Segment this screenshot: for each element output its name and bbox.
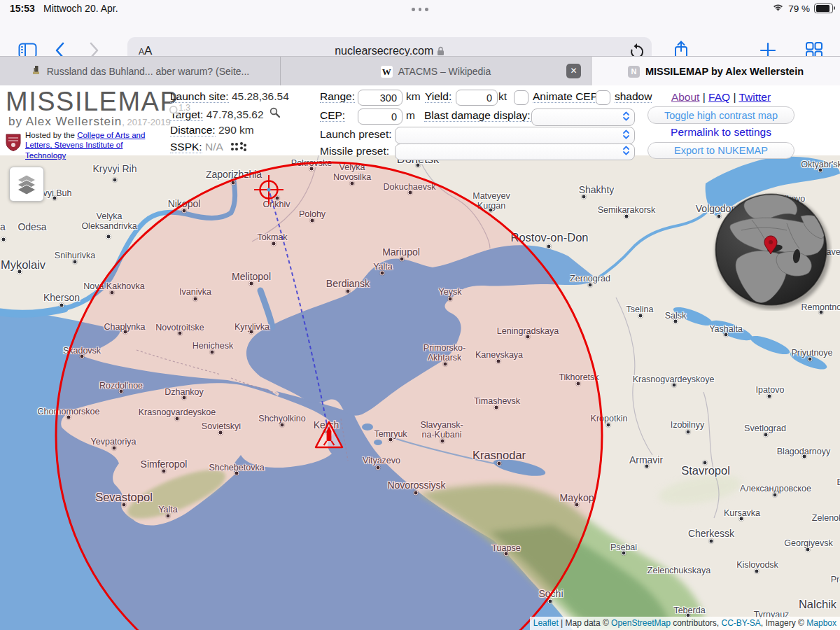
map-city-dot [408, 190, 413, 195]
map-city-dot [400, 257, 405, 262]
range-label[interactable]: Range: [320, 90, 355, 103]
chevron-updown-icon [622, 111, 630, 125]
map-city-dot [346, 289, 351, 294]
wikipedia-w-icon: W [381, 66, 393, 78]
shadow-checkbox[interactable] [596, 90, 610, 105]
layers-control-button[interactable] [9, 167, 44, 202]
map-city-dot [162, 469, 167, 474]
map-city-dot [448, 297, 453, 302]
map-city-dot [193, 297, 198, 302]
map-city-dot [112, 446, 117, 451]
map-city-dot [739, 517, 744, 522]
map-city-dot [388, 438, 393, 442]
battery-percent: 79 % [788, 4, 810, 14]
map-city-label: Rostov-on-Don [511, 231, 589, 244]
close-tab-icon[interactable]: ✕ [566, 64, 581, 78]
yield-label-wrap: Yield: [425, 90, 451, 103]
attribution-link[interactable]: OpenStreetMap [611, 618, 671, 628]
distance-value: 290 km [218, 124, 254, 136]
map-city-dot [182, 209, 187, 214]
map-city-label: Krasnodar [472, 449, 526, 461]
missile-preset-select[interactable] [395, 144, 635, 160]
yield-input[interactable] [456, 90, 498, 106]
map-city-label: Mykolaiv [1, 258, 46, 271]
map-city-dot [414, 491, 419, 496]
map-city-dot [119, 389, 124, 394]
map-city-dot [773, 493, 778, 498]
shadow-label[interactable]: shadow [615, 90, 652, 103]
map-city-label: Izobilnyy [671, 420, 705, 430]
tab-forum[interactable]: Russland das Buhland... aber warum? (Sei… [0, 57, 281, 86]
yield-label[interactable]: Yield: [425, 90, 451, 103]
about-link[interactable]: About [671, 91, 700, 103]
distance-label[interactable]: Distance: [170, 124, 216, 136]
blast-damage-select[interactable] [531, 108, 635, 126]
export-nukemap-button[interactable]: Export to NUKEMAP [648, 142, 794, 159]
zoom-to-launch-icon[interactable] [169, 105, 181, 120]
tab-title: MISSILEMAP by Alex Wellerstein [645, 66, 804, 77]
yield-unit: kt [498, 90, 507, 103]
tab-wikipedia[interactable]: W ATACMS – Wikipedia ✕ [281, 57, 592, 86]
map-city-dot [122, 503, 127, 507]
attribution-link[interactable]: Leaflet [533, 618, 559, 628]
permalink-link[interactable]: Permalink to settings [671, 126, 771, 138]
missile-preset-label: Missile preset: [320, 145, 389, 158]
wifi-icon [772, 2, 784, 15]
map-city-dot [673, 319, 678, 324]
launch-preset-select[interactable] [395, 127, 635, 144]
blast-damage-label[interactable]: Blast damage display: [424, 109, 531, 122]
map-city-label: Nalchik [799, 598, 836, 610]
sspk-label[interactable]: SSPK: [170, 141, 202, 153]
cep-label[interactable]: CEP: [320, 109, 345, 122]
map-city-dot [175, 416, 180, 421]
browser-chrome: 15:53 Mittwoch 20. Apr. 79 % AA nuclears… [0, 0, 840, 56]
map-city-dot [231, 181, 236, 186]
map-city-dot [686, 430, 691, 435]
globe-overview[interactable] [710, 188, 832, 311]
clock: 15:53 [10, 3, 35, 14]
map-city-dot [110, 290, 115, 295]
map-city-dot [494, 405, 499, 410]
map-city-dot [178, 331, 183, 336]
distance-row: Distance: 290 km [170, 124, 254, 136]
map-city-label: Zelenokumsk [812, 513, 840, 523]
map-city-label: Nova Kakhovka [83, 281, 145, 291]
animate-cep-checkbox[interactable] [514, 90, 528, 105]
map-city-dot [18, 270, 22, 274]
map-city-dot [489, 208, 493, 213]
map-city-dot [280, 423, 285, 428]
map-city-label: Velyka Oleksandrivka [81, 211, 136, 231]
map-city-label: Novorossiysk [387, 480, 445, 491]
attribution-link[interactable]: CC-BY-SA [722, 618, 761, 628]
map-city-dot [323, 430, 328, 435]
zoom-to-target-icon[interactable] [270, 108, 281, 120]
map-canvas[interactable]: Kryvyi RihZaporizhzhiaNovyi BuhNikopolVe… [0, 155, 840, 630]
faq-link[interactable]: FAQ [708, 91, 730, 103]
target-value: 47.78,35.62 [206, 108, 264, 120]
map-city-dot [703, 461, 708, 465]
cep-input[interactable] [358, 108, 402, 125]
twitter-link[interactable]: Twitter [738, 91, 771, 103]
permalink-wrap: Permalink to settings [648, 126, 794, 139]
range-input[interactable] [358, 90, 402, 106]
toggle-contrast-button[interactable]: Toggle high contrast map [648, 106, 794, 124]
animate-cep-label[interactable]: Animate CEP [533, 90, 598, 103]
attribution-link[interactable]: Mapbox [806, 618, 836, 628]
multitasking-dots-icon[interactable] [412, 8, 428, 11]
map-city-dot [310, 218, 315, 223]
attribution-text: , Imagery © [761, 618, 807, 628]
target-row: Target: 47.78,35.62 [170, 107, 281, 121]
cep-label-wrap: CEP: [320, 109, 345, 122]
map-city-dot [275, 196, 280, 201]
tab-title: ATACMS – Wikipedia [398, 66, 491, 77]
map-city-dot [709, 539, 714, 544]
dice-icon[interactable] [230, 141, 246, 155]
map-city-dot [234, 471, 239, 476]
map-city-dot [638, 314, 643, 318]
tab-missilemap[interactable]: N MISSILEMAP by Alex Wellerstein [592, 57, 840, 86]
header-links: About | FAQ | Twitter [648, 91, 794, 104]
map-city-label: Slavyansk- na-Kubani [420, 420, 463, 440]
map-attribution: Leaflet | Map data © OpenStreetMap contr… [530, 617, 840, 630]
launch-site-label[interactable]: Launch site: [170, 90, 229, 103]
layers-icon [15, 173, 38, 195]
